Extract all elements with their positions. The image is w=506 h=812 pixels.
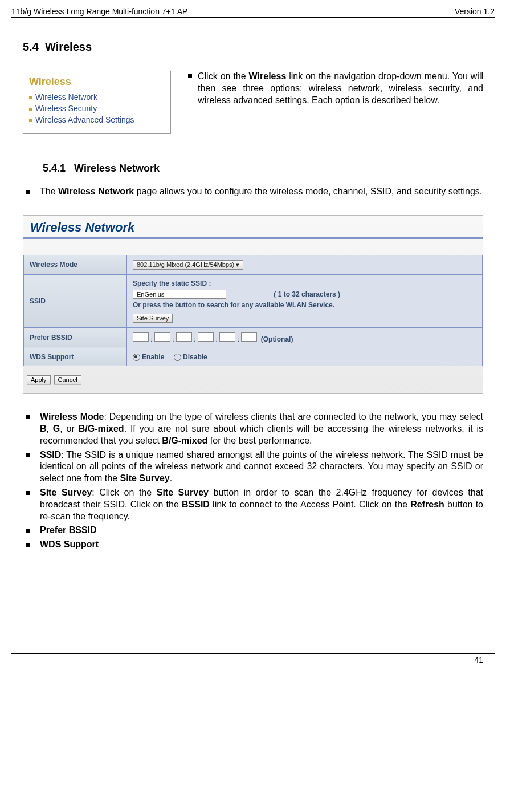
table-row: WDS Support Enable Disable xyxy=(24,348,483,366)
bullet-icon xyxy=(29,108,32,111)
menu-item: Wireless Security xyxy=(29,103,165,114)
bullet-icon xyxy=(26,491,30,495)
paragraph: Site Survey: Click on the Site Survey bu… xyxy=(40,487,483,522)
config-title: Wireless Network xyxy=(23,216,483,237)
menu-screenshot: Wireless Wireless Network Wireless Secur… xyxy=(23,71,171,134)
header-rule xyxy=(11,17,495,18)
wds-enable-radio[interactable] xyxy=(133,354,140,361)
page-footer: 41 xyxy=(11,653,495,664)
paragraph: Wireless Mode: Depending on the type of … xyxy=(40,411,483,446)
row-value: Specify the static SSID : EnGenius ( 1 t… xyxy=(127,274,483,327)
cancel-button[interactable]: Cancel xyxy=(54,375,81,384)
menu-item: Wireless Network xyxy=(29,91,165,103)
header-right: Version 1.2 xyxy=(455,7,495,16)
bullet-icon xyxy=(26,415,30,419)
ssid-input[interactable]: EnGenius xyxy=(133,290,226,299)
bullet-icon xyxy=(29,96,32,99)
table-row: Wireless Mode 802.11b/g Mixed (2.4GHz/54… xyxy=(24,255,483,274)
row-label: Wireless Mode xyxy=(24,255,127,274)
config-screenshot: Wireless Network Wireless Mode 802.11b/g… xyxy=(23,215,483,394)
row-value: : : : : : (Optional) xyxy=(127,327,483,348)
site-survey-button[interactable]: Site Survey xyxy=(133,314,173,323)
bssid-input[interactable] xyxy=(133,332,149,342)
bullet-icon xyxy=(188,74,192,78)
paragraph: Prefer BSSID xyxy=(40,525,483,537)
underline xyxy=(23,237,483,239)
table-row: SSID Specify the static SSID : EnGenius … xyxy=(24,274,483,327)
bssid-input[interactable] xyxy=(176,332,192,342)
section-title: 5.4 Wireless xyxy=(23,40,483,54)
table-row: Prefer BSSID : : : : : (Optional) xyxy=(24,327,483,348)
ssid-or-text: Or press the button to search for any av… xyxy=(133,301,476,309)
paragraph: WDS Support xyxy=(40,539,483,551)
page-number: 41 xyxy=(474,655,483,664)
row-value: Enable Disable xyxy=(127,348,483,366)
bullet-icon xyxy=(29,119,32,122)
bssid-input[interactable] xyxy=(241,332,257,342)
wireless-mode-dropdown[interactable]: 802.11b/g Mixed (2.4GHz/54Mbps) ▾ xyxy=(133,260,243,270)
bullet-icon xyxy=(26,190,30,194)
subsection-title: 5.4.1 Wireless Network xyxy=(43,163,483,174)
apply-button[interactable]: Apply xyxy=(27,375,51,384)
row-value: 802.11b/g Mixed (2.4GHz/54Mbps) ▾ xyxy=(127,255,483,274)
row-label: Prefer BSSID xyxy=(24,327,127,348)
row-label: WDS Support xyxy=(24,348,127,366)
bullet-icon xyxy=(26,453,30,457)
bssid-input[interactable] xyxy=(154,332,170,342)
bullet-icon xyxy=(26,529,30,533)
bullet-icon xyxy=(26,543,30,547)
paragraph: The Wireless Network page allows you to … xyxy=(40,186,483,198)
wds-disable-radio[interactable] xyxy=(174,354,181,361)
row-label: SSID xyxy=(24,274,127,327)
bssid-optional: (Optional) xyxy=(261,335,293,343)
menu-title: Wireless xyxy=(29,76,165,88)
ssid-hint: ( 1 to 32 characters ) xyxy=(274,290,340,298)
paragraph: SSID: The SSID is a unique named shared … xyxy=(40,449,483,485)
intro-paragraph: Click on the Wireless link on the naviga… xyxy=(198,71,483,106)
menu-item: Wireless Advanced Settings xyxy=(29,114,165,125)
header-left: 11b/g Wireless Long Range Multi-function… xyxy=(11,7,187,16)
bssid-input[interactable] xyxy=(219,332,235,342)
bssid-input[interactable] xyxy=(198,332,214,342)
